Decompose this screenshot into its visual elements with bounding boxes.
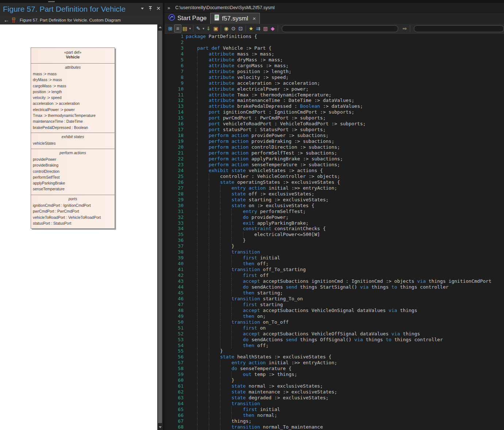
code-line[interactable]: 68 transition normal_To_maintenance <box>165 424 504 430</box>
diagram-canvas[interactable]: «part def» Vehicle attributesmass :> mas… <box>0 24 157 430</box>
code-line[interactable]: 42 first off <box>165 273 504 278</box>
code-editor[interactable]: 1package PartDefinitions {23 part def Ve… <box>165 34 504 430</box>
code-line[interactable]: 15 port pwrCmdPort : PwrCmdPort :> subpo… <box>165 115 504 121</box>
code-line[interactable]: 36 } <box>165 237 504 243</box>
edit-source-icon[interactable]: ✎ <box>195 24 202 33</box>
code-line[interactable]: 20 perform action controlDirection :> su… <box>165 144 504 150</box>
toolbar-secondary-input[interactable] <box>414 25 504 32</box>
part-def-box[interactable]: «part def» Vehicle attributesmass :> mas… <box>31 47 115 229</box>
code-line[interactable]: 66 then normal; <box>165 412 504 418</box>
code-line[interactable]: 52 accept acceptSubactions VehicleOffSig… <box>165 331 504 337</box>
code-line[interactable]: 21 perform action performSelfTest :> sub… <box>165 150 504 156</box>
open-folder-icon-dropdown[interactable]: ▼ <box>189 27 192 30</box>
code-line[interactable]: 2 <box>165 39 504 45</box>
scroll-down-arrow[interactable] <box>157 425 163 430</box>
new-element-icon[interactable]: ★ <box>247 24 255 33</box>
search-results-icon[interactable]: ⊡ <box>237 24 244 33</box>
code-line[interactable]: 63 state degraded :> exclusiveStates; <box>165 395 504 401</box>
code-line[interactable]: 50 transition on_To_off <box>165 319 504 325</box>
panel-dropdown-icon[interactable] <box>140 6 145 11</box>
code-line[interactable]: 29 state starting :> exclusiveStates; <box>165 197 504 203</box>
search-text-icon[interactable]: ⊙ <box>230 24 237 33</box>
code-line[interactable]: 67 things; <box>165 418 504 424</box>
edit-source-icon-dropdown[interactable]: ▼ <box>202 27 205 30</box>
import-document-icon[interactable]: ⇓ <box>205 24 212 33</box>
code-line[interactable]: 25 controller : VehicleController :> obj… <box>165 174 504 179</box>
code-line[interactable]: 4 attribute mass :> mass; <box>165 51 504 57</box>
code-line[interactable]: 27 entry action initial :>> entryAction; <box>165 185 504 191</box>
code-line[interactable]: 48 accept acceptSubactions VehicleOnSign… <box>165 308 504 313</box>
configure-document-icon[interactable]: ▥ <box>262 24 269 33</box>
toolbar-search-input[interactable] <box>282 25 399 32</box>
code-line[interactable]: 54 then off; <box>165 343 504 349</box>
code-line[interactable]: 46 transition starting_To_on <box>165 296 504 302</box>
code-line[interactable]: 9 attribute acceleration :> acceleration… <box>165 80 504 86</box>
code-line[interactable]: 41 transition off_To_starting <box>165 267 504 273</box>
code-line[interactable]: 26 state operatingStates :> exclusiveSta… <box>165 179 504 185</box>
code-line[interactable]: 62 state maintenance :> exclusiveStates; <box>165 389 504 395</box>
code-line[interactable]: 13 attribute brakePedalDepressed : Boole… <box>165 103 504 109</box>
code-line[interactable]: 1package PartDefinitions { <box>165 34 504 39</box>
code-line[interactable]: 45 then starting; <box>165 290 504 296</box>
code-line[interactable]: 23 perform action senseTemperature :> su… <box>165 162 504 168</box>
open-folder-icon[interactable]: ▤ <box>181 24 189 33</box>
code-line[interactable]: 3 part def Vehicle :> Part { <box>165 45 504 51</box>
code-line[interactable]: 5 attribute dryMass :> mass; <box>165 57 504 63</box>
template-document-icon[interactable]: ▣ <box>212 24 219 33</box>
code-line[interactable]: 31 entry performSelfTest; <box>165 209 504 214</box>
code-line[interactable]: 11 attribute Tmax :> thermodynamicTemper… <box>165 92 504 98</box>
code-line[interactable]: 8 attribute velocity :> speed; <box>165 75 504 80</box>
code-line[interactable]: 60 } <box>165 377 504 383</box>
code-line[interactable]: 24 exhibit state vehicleStates :> action… <box>165 168 504 174</box>
code-line[interactable]: 16 port vehicleToRoadPort : VehicleToRoa… <box>165 121 504 127</box>
code-line[interactable]: 58 do senseTemperature { <box>165 366 504 372</box>
code-line[interactable]: 12 attribute maintenanceTime : DateTime … <box>165 98 504 103</box>
code-line[interactable]: 18 perform action providePower :> subact… <box>165 133 504 138</box>
back-arrow-icon[interactable]: ← <box>4 17 9 23</box>
scroll-up-arrow[interactable] <box>157 24 163 30</box>
code-line[interactable]: 49 then on; <box>165 313 504 319</box>
code-line[interactable]: 33 exit applyParkingBrake; <box>165 220 504 226</box>
tab-f57-sysml[interactable]: f57.sysml× <box>210 13 260 24</box>
code-line[interactable]: 34 constraint constraintChecks { <box>165 226 504 232</box>
code-line[interactable]: 10 attribute electricalPower :> power; <box>165 86 504 92</box>
goto-line-icon[interactable]: ⇨ <box>401 24 408 33</box>
code-line[interactable]: 65 first initial <box>165 407 504 412</box>
code-line[interactable]: 61 state normal :> exclusiveStates; <box>165 383 504 389</box>
code-line[interactable]: 39 first initial <box>165 255 504 261</box>
tab-start-page[interactable]: Start Page <box>165 13 210 24</box>
code-line[interactable]: 19 perform action provideBraking :> suba… <box>165 138 504 144</box>
code-line[interactable]: 38 transition <box>165 249 504 255</box>
numbered-list-icon[interactable]: ≡ <box>174 24 181 33</box>
code-line[interactable]: 59 out temp :> things; <box>165 372 504 377</box>
code-line[interactable]: 7 attribute position :> length; <box>165 69 504 75</box>
scrollbar-thumb[interactable] <box>158 31 162 423</box>
code-line[interactable]: 37 } <box>165 243 504 249</box>
code-line[interactable]: 57 entry action initial :>> entryAction; <box>165 360 504 366</box>
code-line[interactable]: 32 do providePower; <box>165 214 504 220</box>
code-line[interactable]: 56 state healthStates :> exclusiveStates… <box>165 354 504 360</box>
close-panel-icon[interactable]: ✕ <box>156 6 161 11</box>
model-structure-icon[interactable]: ⊞ <box>167 24 174 33</box>
code-line[interactable]: 55 } <box>165 348 504 354</box>
code-line[interactable]: 40 then off; <box>165 261 504 267</box>
code-line[interactable]: 47 first starting <box>165 302 504 308</box>
code-line[interactable]: 6 attribute cargoMass :> mass; <box>165 63 504 69</box>
code-line[interactable]: 64 transition <box>165 401 504 407</box>
code-line[interactable]: 51 first on <box>165 325 504 331</box>
code-line[interactable]: 43 accept acceptSubactions ignitionCmd :… <box>165 278 504 284</box>
close-tab-icon[interactable]: × <box>253 15 256 22</box>
chevrons-icon[interactable]: » <box>168 5 170 11</box>
code-line[interactable]: 35 electricalPower<=500[W] <box>165 232 504 237</box>
code-line[interactable]: 44 do sendActions send things StartSigna… <box>165 284 504 290</box>
code-line[interactable]: 28 state off :> exclusiveStates; <box>165 191 504 197</box>
code-line[interactable]: 22 perform action applyParkingBrake :> s… <box>165 156 504 162</box>
diagram-vertical-scrollbar[interactable] <box>157 24 163 430</box>
code-line[interactable]: 30 state on :> exclusiveStates { <box>165 203 504 209</box>
code-line[interactable]: 14 port ignitionCmdPort : IgnitionCmdPor… <box>165 109 504 115</box>
pin-icon[interactable] <box>148 6 153 11</box>
code-line[interactable]: 53 do sendActions send things OffSignal(… <box>165 337 504 343</box>
generate-document-icon[interactable]: ◆ <box>269 24 276 33</box>
find-in-files-icon[interactable]: ◉ <box>223 24 230 33</box>
auto-indent-icon[interactable]: ⇉ <box>255 24 262 33</box>
